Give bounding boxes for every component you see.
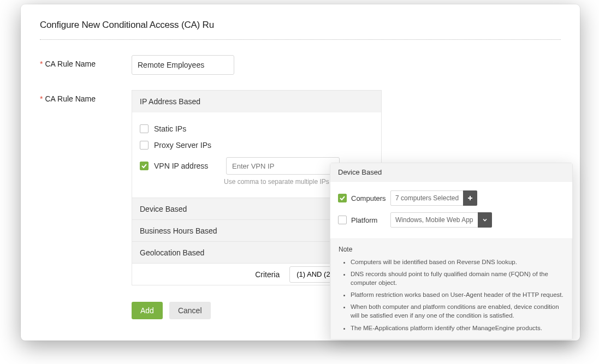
label-static-ips: Static IPs <box>154 124 186 133</box>
label-vpn-ip: VPN IP address <box>154 162 218 170</box>
checkbox-proxy-ips[interactable] <box>140 141 149 150</box>
platform-select-display[interactable]: Windows, Mobile Web App <box>390 212 478 228</box>
note-heading: Note <box>339 246 564 253</box>
popover-row-computers: Computers 7 computers Selected <box>338 190 565 206</box>
popover-body: Computers 7 computers Selected Platform … <box>330 182 572 238</box>
cancel-button[interactable]: Cancel <box>169 302 211 319</box>
label-proxy-ips: Proxy Server IPs <box>154 141 211 150</box>
option-proxy-ips: Proxy Server IPs <box>140 141 373 150</box>
note-item: DNS records should point to fully qualif… <box>351 270 564 287</box>
label-platform: Platform <box>351 216 377 224</box>
section-ip-address-based[interactable]: IP Address Based <box>132 91 381 112</box>
note-item: The ME-Applications platform identify ot… <box>351 324 564 332</box>
label-ca-rule-name-2: *CA Rule Name <box>40 90 132 103</box>
criteria-label: Criteria <box>255 270 280 279</box>
popover-title: Device Based <box>330 163 572 182</box>
required-asterisk: * <box>40 59 43 68</box>
popover-row-platform: Platform Windows, Mobile Web App <box>338 212 565 228</box>
label-computers: Computers <box>351 194 386 202</box>
vpn-ip-input[interactable] <box>226 157 340 175</box>
checkbox-platform[interactable] <box>338 216 347 224</box>
note-list: Computers will be identified based on Re… <box>339 258 564 332</box>
add-button[interactable]: Add <box>132 302 163 319</box>
required-asterisk: * <box>40 94 43 103</box>
note-item: Computers will be identified based on Re… <box>351 258 564 266</box>
platform-dropdown-button[interactable] <box>478 212 492 228</box>
checkbox-vpn-ip[interactable] <box>140 162 149 170</box>
device-based-popover: Device Based Computers 7 computers Selec… <box>330 163 573 340</box>
ca-rule-name-input[interactable] <box>132 55 234 75</box>
note-item: When both computer and platform conditio… <box>351 302 564 320</box>
option-static-ips: Static IPs <box>140 124 373 133</box>
label-ca-rule-name: *CA Rule Name <box>40 55 132 68</box>
add-computers-button[interactable] <box>463 190 477 206</box>
checkbox-computers[interactable] <box>338 194 347 202</box>
page-title: Configure New Conditional Access (CA) Ru <box>40 20 561 31</box>
note-item: Platform restriction works based on User… <box>351 290 564 299</box>
computers-selected-display[interactable]: 7 computers Selected <box>390 190 464 206</box>
divider <box>40 39 561 40</box>
row-rule-name: *CA Rule Name <box>40 55 561 75</box>
popover-note-box: Note Computers will be identified based … <box>330 238 572 339</box>
checkbox-static-ips[interactable] <box>140 124 149 133</box>
